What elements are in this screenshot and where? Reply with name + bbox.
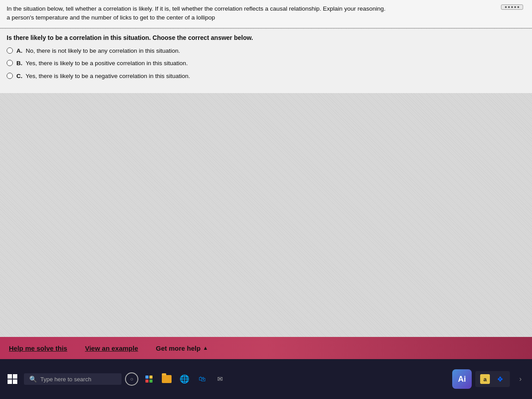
email-button[interactable]: ✉ <box>213 372 227 386</box>
file-explorer-button[interactable] <box>160 372 174 386</box>
choice-a[interactable]: A. No, there is not likely to be any cor… <box>7 47 525 55</box>
search-placeholder-text: Type here to search <box>40 376 91 383</box>
view-example-button[interactable]: View an example <box>85 344 138 352</box>
win-sq-4 <box>13 379 17 384</box>
answer-section: Is there likely to be a correlation in t… <box>0 29 532 93</box>
tray-letter-badge: a <box>480 374 490 384</box>
sub-question-text: Is there likely to be a correlation in t… <box>7 34 525 41</box>
choice-a-text: A. No, there is not likely to be any cor… <box>16 47 180 55</box>
dropbox-icon: ❖ <box>497 375 503 383</box>
help-me-solve-button[interactable]: Help me solve this <box>9 344 67 352</box>
question-text: In the situation below, tell whether a c… <box>7 4 525 23</box>
instruction-line1: In the situation below, tell whether a c… <box>7 4 525 13</box>
email-icon: ✉ <box>217 375 223 383</box>
question-panel: In the situation below, tell whether a c… <box>0 0 532 28</box>
windows-icon <box>8 374 17 384</box>
right-arrow-icon: › <box>519 375 521 383</box>
dot-5 <box>517 6 519 8</box>
tray-letter-icon[interactable]: a <box>479 373 491 385</box>
win-sq-3 <box>8 379 12 384</box>
chevron-up-icon: ▲ <box>203 345 208 351</box>
dot-2 <box>508 6 510 8</box>
ai-button[interactable]: Ai <box>452 369 472 389</box>
search-icon: 🔍 <box>29 376 37 383</box>
widgets-button[interactable] <box>142 372 156 386</box>
edge-icon: 🌐 <box>180 374 189 384</box>
action-bar: Help me solve this View an example Get m… <box>0 337 532 359</box>
widgets-grid-icon <box>145 376 153 383</box>
dot-1 <box>505 6 507 8</box>
radio-c[interactable] <box>7 73 13 79</box>
choice-c-text: C. Yes, there is likely to be a negative… <box>16 72 190 81</box>
choice-b-label: B. <box>16 60 23 66</box>
grid-cell-1 <box>145 376 149 379</box>
task-view-button[interactable]: ○ <box>125 372 138 386</box>
win-sq-2 <box>13 374 17 379</box>
store-icon: 🛍 <box>199 375 206 383</box>
instruction-line2: a person's temperature and the number of… <box>7 13 525 22</box>
start-button[interactable] <box>4 371 20 387</box>
choice-b-text: B. Yes, there is likely to be a positive… <box>16 59 188 68</box>
dot-4 <box>514 6 516 8</box>
choice-b[interactable]: B. Yes, there is likely to be a positive… <box>7 59 525 68</box>
grid-cell-4 <box>149 379 153 383</box>
system-tray: a ❖ <box>475 371 510 387</box>
circle-icon: ○ <box>130 376 133 382</box>
store-button[interactable]: 🛍 <box>195 372 209 386</box>
get-more-help-button[interactable]: Get more help ▲ <box>156 344 208 352</box>
choice-c-label: C. <box>16 73 23 79</box>
taskbar-search[interactable]: 🔍 Type here to search <box>24 373 121 385</box>
scroll-indicator <box>501 4 523 10</box>
grid-cell-3 <box>145 379 149 383</box>
taskbar-arrow-right[interactable]: › <box>513 372 528 386</box>
choice-c[interactable]: C. Yes, there is likely to be a negative… <box>7 72 525 81</box>
radio-b[interactable] <box>7 60 13 66</box>
ai-label: Ai <box>458 375 466 384</box>
file-explorer-icon <box>162 375 172 383</box>
grid-cell-2 <box>149 376 153 379</box>
edge-browser-button[interactable]: 🌐 <box>177 372 192 386</box>
dot-3 <box>511 6 513 8</box>
win-sq-1 <box>8 374 12 379</box>
taskbar: 🔍 Type here to search ○ 🌐 🛍 ✉ Ai <box>0 359 532 399</box>
dropbox-tray-icon[interactable]: ❖ <box>494 373 506 385</box>
choice-a-label: A. <box>16 47 23 54</box>
radio-a[interactable] <box>7 47 13 54</box>
